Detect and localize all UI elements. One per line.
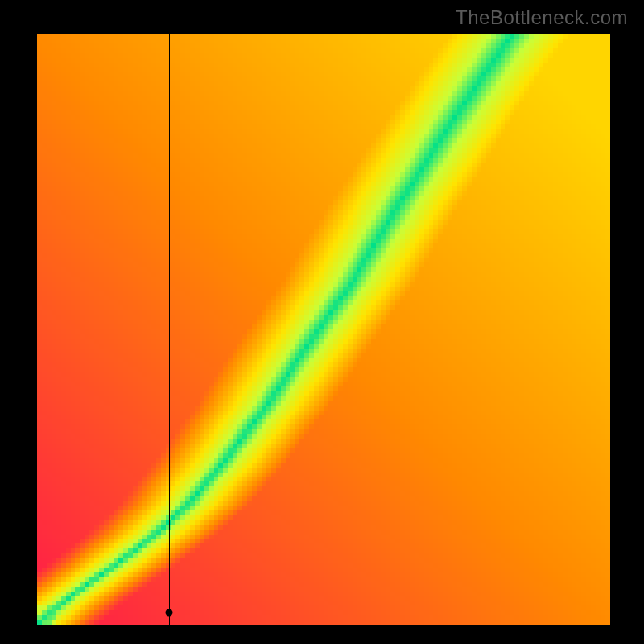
- watermark-text: TheBottleneck.com: [456, 6, 628, 29]
- heatmap-plot: [37, 34, 610, 625]
- chart-frame: TheBottleneck.com: [0, 0, 644, 644]
- heatmap-canvas: [37, 34, 610, 625]
